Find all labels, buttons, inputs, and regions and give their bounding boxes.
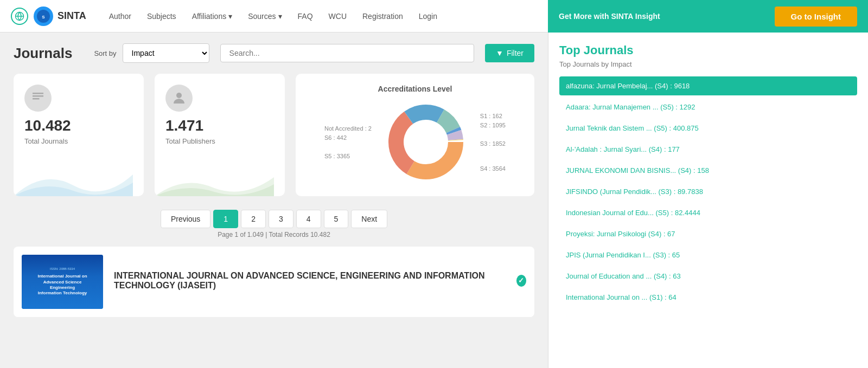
top-journals-list: alfazuna: Jurnal Pembelaj... (S4) : 9618… <box>559 76 857 307</box>
sidebar-journal-item[interactable]: JPIS (Jurnal Pendidikan I... (S3) : 65 <box>559 246 857 264</box>
nav-registration[interactable]: Registration <box>356 8 410 25</box>
s2-label: S2 : 1095 <box>480 122 506 128</box>
s4-label: S4 : 3564 <box>480 165 506 172</box>
verified-icon: ✓ <box>516 275 526 287</box>
donut-svg <box>382 99 469 185</box>
nav-items: Author Subjects Affiliations ▾ Sources ▾… <box>103 8 537 25</box>
main-content: Journals Sort by Impact Name Accreditati… <box>0 33 548 368</box>
previous-button[interactable]: Previous <box>161 210 210 228</box>
total-publishers-label: Total Publishers <box>165 137 274 145</box>
sort-wrapper: Sort by Impact Name Accreditation <box>94 43 209 63</box>
total-journals-number: 10.482 <box>24 117 133 134</box>
donut-chart-wrapper: Not Accredited : 2 S6 : 442 S5 : 3365 <box>307 99 524 185</box>
s5-label: S5 : 3365 <box>324 153 372 159</box>
nav-login[interactable]: Login <box>412 8 444 25</box>
pagination: Previous 1 2 3 4 5 Next <box>14 210 534 228</box>
s6-label: S6 : 442 <box>324 134 372 141</box>
svg-point-4 <box>176 93 182 98</box>
top-banner: Get More with SINTA Insight Go to Insigh… <box>548 0 868 33</box>
sidebar-subtitle: Top Journals by Impact <box>559 60 857 68</box>
journal-info: INTERNATIONAL JOURNAL ON ADVANCED SCIENC… <box>114 255 526 309</box>
sidebar-journal-item[interactable]: JIFSINDO (Jurnal Pendidik... (S3) : 89.7… <box>559 182 857 201</box>
page-wrapper: Journals Sort by Impact Name Accreditati… <box>0 33 868 368</box>
nav-faq[interactable]: FAQ <box>291 8 320 25</box>
journal-entry: ISSN: 2088-5334 International Journal on… <box>14 247 534 317</box>
next-button[interactable]: Next <box>351 210 387 228</box>
sidebar: Top Journals Top Journals by Impact alfa… <box>548 33 868 368</box>
accreditation-chart-card: Accreditations Level Not Accredited : 2 … <box>296 74 534 196</box>
sidebar-journal-item[interactable]: Al-'Adalah : Jurnal Syari... (S4) : 177 <box>559 140 857 159</box>
total-publishers-number: 1.471 <box>165 117 274 134</box>
s3-label: S3 : 1852 <box>480 140 506 147</box>
page-info: Page 1 of 1.049 | Total Records 10.482 <box>14 231 534 238</box>
s1-label: S1 : 162 <box>480 113 506 119</box>
sidebar-journal-item[interactable]: Jurnal Teknik dan Sistem ... (S5) : 400.… <box>559 119 857 138</box>
sort-label: Sort by <box>94 49 116 57</box>
brand-logo[interactable]: S SINTA <box>34 7 86 26</box>
not-accredited-label: Not Accredited : 2 <box>324 125 372 132</box>
chevron-down-icon: ▾ <box>228 12 232 21</box>
page-header: Journals Sort by Impact Name Accreditati… <box>14 43 534 63</box>
publishers-icon <box>165 85 193 112</box>
navbar: S SINTA Author Subjects Affiliations ▾ S… <box>0 0 548 33</box>
globe-icon[interactable] <box>11 8 28 25</box>
page-1-button[interactable]: 1 <box>213 210 238 228</box>
chart-labels-right: S1 : 162 S2 : 1095 S3 : 1852 S4 : 3564 <box>480 113 506 172</box>
page-title: Journals <box>14 45 72 62</box>
banner-text: Get More with SINTA Insight <box>559 12 660 21</box>
filter-button[interactable]: ▼ Filter <box>485 44 534 62</box>
journal-title: INTERNATIONAL JOURNAL ON ADVANCED SCIENC… <box>114 271 526 290</box>
total-journals-card: 10.482 Total Journals <box>14 74 144 196</box>
filter-icon: ▼ <box>496 49 503 57</box>
sort-select[interactable]: Impact Name Accreditation <box>123 43 209 63</box>
total-journals-label: Total Journals <box>24 137 133 145</box>
stats-row: 10.482 Total Journals 1.471 Total Publis… <box>14 74 534 196</box>
brand-name: SINTA <box>58 10 86 22</box>
page-4-button[interactable]: 4 <box>296 210 321 228</box>
search-wrapper <box>220 44 474 62</box>
page-2-button[interactable]: 2 <box>241 210 266 228</box>
sidebar-journal-item[interactable]: Indonesian Journal of Edu... (S5) : 82.4… <box>559 203 857 222</box>
sidebar-journal-item[interactable]: Journal of Education and ... (S4) : 63 <box>559 267 857 286</box>
nav-subjects[interactable]: Subjects <box>141 8 183 25</box>
svg-point-12 <box>404 120 448 164</box>
go-to-insight-button[interactable]: Go to Insight <box>775 7 857 27</box>
chart-title: Accreditations Level <box>378 85 452 93</box>
chevron-down-icon: ▾ <box>278 12 282 21</box>
sidebar-journal-item[interactable]: Proyeksi: Jurnal Psikologi (S4) : 67 <box>559 224 857 243</box>
svg-text:S: S <box>42 15 45 20</box>
chart-labels-left: Not Accredited : 2 S6 : 442 S5 : 3365 <box>324 125 372 159</box>
page-5-button[interactable]: 5 <box>324 210 349 228</box>
total-publishers-card: 1.471 Total Publishers <box>155 74 285 196</box>
nav-sources[interactable]: Sources ▾ <box>241 8 288 25</box>
sidebar-journal-item[interactable]: alfazuna: Jurnal Pembelaj... (S4) : 9618 <box>559 76 857 95</box>
nav-author[interactable]: Author <box>103 8 138 25</box>
search-input[interactable] <box>220 44 474 62</box>
sidebar-journal-item[interactable]: JURNAL EKONOMI DAN BISNIS... (S4) : 158 <box>559 161 857 180</box>
sidebar-journal-item[interactable]: International Journal on ... (S1) : 64 <box>559 288 857 307</box>
sidebar-journal-item[interactable]: Adaara: Jurnal Manajemen ... (S5) : 1292 <box>559 98 857 117</box>
sidebar-title: Top Journals <box>559 43 857 57</box>
nav-affiliations[interactable]: Affiliations ▾ <box>186 8 239 25</box>
journal-cover: ISSN: 2088-5334 International Journal on… <box>22 255 103 309</box>
page-3-button[interactable]: 3 <box>269 210 293 228</box>
journals-icon <box>24 85 52 112</box>
nav-wcu[interactable]: WCU <box>322 8 353 25</box>
